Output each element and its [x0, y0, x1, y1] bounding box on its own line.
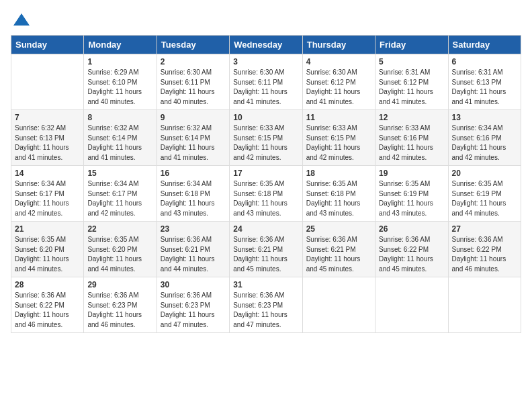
day-number: 28 — [15, 280, 80, 289]
day-info: Sunrise: 6:35 AM Sunset: 6:19 PM Dayligh… — [452, 179, 517, 218]
header-cell-saturday: Saturday — [448, 36, 521, 54]
day-info: Sunrise: 6:33 AM Sunset: 6:15 PM Dayligh… — [233, 124, 298, 163]
day-number: 9 — [161, 113, 226, 122]
day-info: Sunrise: 6:36 AM Sunset: 6:21 PM Dayligh… — [306, 235, 371, 274]
header-cell-thursday: Thursday — [302, 36, 375, 54]
day-info: Sunrise: 6:34 AM Sunset: 6:17 PM Dayligh… — [15, 179, 80, 218]
header-cell-sunday: Sunday — [11, 36, 84, 54]
calendar-cell: 8Sunrise: 6:32 AM Sunset: 6:14 PM Daylig… — [84, 110, 157, 166]
day-number: 18 — [306, 169, 371, 178]
calendar-cell: 16Sunrise: 6:34 AM Sunset: 6:18 PM Dayli… — [157, 166, 229, 222]
day-info: Sunrise: 6:35 AM Sunset: 6:20 PM Dayligh… — [15, 235, 80, 274]
day-info: Sunrise: 6:32 AM Sunset: 6:14 PM Dayligh… — [87, 124, 152, 163]
calendar-cell: 11Sunrise: 6:33 AM Sunset: 6:15 PM Dayli… — [302, 110, 375, 166]
calendar-cell: 19Sunrise: 6:35 AM Sunset: 6:19 PM Dayli… — [375, 166, 448, 222]
calendar-cell: 25Sunrise: 6:36 AM Sunset: 6:21 PM Dayli… — [302, 222, 375, 277]
calendar-cell: 31Sunrise: 6:36 AM Sunset: 6:23 PM Dayli… — [230, 277, 302, 333]
day-number: 31 — [233, 280, 298, 289]
calendar-cell: 20Sunrise: 6:35 AM Sunset: 6:19 PM Dayli… — [448, 166, 521, 222]
calendar-cell: 28Sunrise: 6:36 AM Sunset: 6:22 PM Dayli… — [11, 277, 84, 333]
calendar-cell: 13Sunrise: 6:34 AM Sunset: 6:16 PM Dayli… — [448, 110, 521, 166]
logo — [11, 11, 31, 30]
day-info: Sunrise: 6:31 AM Sunset: 6:13 PM Dayligh… — [452, 68, 517, 107]
calendar-cell: 21Sunrise: 6:35 AM Sunset: 6:20 PM Dayli… — [11, 222, 84, 277]
day-info: Sunrise: 6:35 AM Sunset: 6:18 PM Dayligh… — [306, 179, 371, 218]
day-number: 10 — [233, 113, 298, 122]
day-info: Sunrise: 6:34 AM Sunset: 6:17 PM Dayligh… — [87, 179, 152, 218]
calendar-cell: 1Sunrise: 6:29 AM Sunset: 6:10 PM Daylig… — [84, 54, 157, 110]
calendar-cell: 6Sunrise: 6:31 AM Sunset: 6:13 PM Daylig… — [448, 54, 521, 110]
day-number: 8 — [87, 113, 152, 122]
day-info: Sunrise: 6:36 AM Sunset: 6:21 PM Dayligh… — [233, 235, 298, 274]
day-info: Sunrise: 6:31 AM Sunset: 6:12 PM Dayligh… — [379, 68, 444, 107]
day-number: 22 — [87, 224, 152, 234]
calendar-cell: 9Sunrise: 6:32 AM Sunset: 6:14 PM Daylig… — [157, 110, 229, 166]
day-info: Sunrise: 6:34 AM Sunset: 6:16 PM Dayligh… — [452, 124, 517, 163]
day-info: Sunrise: 6:36 AM Sunset: 6:22 PM Dayligh… — [379, 235, 444, 274]
calendar-cell: 23Sunrise: 6:36 AM Sunset: 6:21 PM Dayli… — [157, 222, 229, 277]
calendar-cell: 7Sunrise: 6:32 AM Sunset: 6:13 PM Daylig… — [11, 110, 84, 166]
day-info: Sunrise: 6:34 AM Sunset: 6:18 PM Dayligh… — [161, 179, 226, 218]
calendar-header-row: SundayMondayTuesdayWednesdayThursdayFrid… — [11, 36, 521, 54]
calendar-cell: 29Sunrise: 6:36 AM Sunset: 6:23 PM Dayli… — [84, 277, 157, 333]
day-info: Sunrise: 6:36 AM Sunset: 6:23 PM Dayligh… — [161, 291, 226, 330]
header-cell-monday: Monday — [84, 36, 157, 54]
calendar-cell: 26Sunrise: 6:36 AM Sunset: 6:22 PM Dayli… — [375, 222, 448, 277]
calendar-cell: 3Sunrise: 6:30 AM Sunset: 6:11 PM Daylig… — [230, 54, 302, 110]
day-info: Sunrise: 6:36 AM Sunset: 6:21 PM Dayligh… — [161, 235, 226, 274]
svg-marker-0 — [13, 13, 30, 26]
calendar-week-row: 7Sunrise: 6:32 AM Sunset: 6:13 PM Daylig… — [11, 110, 521, 166]
day-number: 11 — [306, 113, 371, 122]
day-number: 29 — [87, 280, 152, 289]
calendar-week-row: 28Sunrise: 6:36 AM Sunset: 6:22 PM Dayli… — [11, 277, 521, 333]
day-number: 6 — [452, 57, 517, 66]
day-number: 20 — [452, 169, 517, 178]
calendar-cell: 5Sunrise: 6:31 AM Sunset: 6:12 PM Daylig… — [375, 54, 448, 110]
day-info: Sunrise: 6:36 AM Sunset: 6:22 PM Dayligh… — [452, 235, 517, 274]
header-cell-friday: Friday — [375, 36, 448, 54]
day-number: 27 — [452, 224, 517, 234]
day-number: 14 — [15, 169, 80, 178]
calendar-cell: 30Sunrise: 6:36 AM Sunset: 6:23 PM Dayli… — [157, 277, 229, 333]
day-info: Sunrise: 6:30 AM Sunset: 6:11 PM Dayligh… — [233, 68, 298, 107]
calendar-table: SundayMondayTuesdayWednesdayThursdayFrid… — [11, 35, 521, 333]
day-number: 21 — [15, 224, 80, 234]
calendar-cell: 22Sunrise: 6:35 AM Sunset: 6:20 PM Dayli… — [84, 222, 157, 277]
calendar-week-row: 14Sunrise: 6:34 AM Sunset: 6:17 PM Dayli… — [11, 166, 521, 222]
day-number: 12 — [379, 113, 444, 122]
calendar-cell — [375, 277, 448, 333]
day-info: Sunrise: 6:33 AM Sunset: 6:15 PM Dayligh… — [306, 124, 371, 163]
day-number: 16 — [161, 169, 226, 178]
page-header — [11, 11, 521, 30]
day-number: 17 — [233, 169, 298, 178]
calendar-cell: 4Sunrise: 6:30 AM Sunset: 6:12 PM Daylig… — [302, 54, 375, 110]
day-info: Sunrise: 6:35 AM Sunset: 6:18 PM Dayligh… — [233, 179, 298, 218]
day-info: Sunrise: 6:36 AM Sunset: 6:23 PM Dayligh… — [87, 291, 152, 330]
calendar-week-row: 21Sunrise: 6:35 AM Sunset: 6:20 PM Dayli… — [11, 222, 521, 277]
day-number: 2 — [161, 57, 226, 66]
day-info: Sunrise: 6:32 AM Sunset: 6:14 PM Dayligh… — [161, 124, 226, 163]
calendar-cell: 2Sunrise: 6:30 AM Sunset: 6:11 PM Daylig… — [157, 54, 229, 110]
day-number: 30 — [161, 280, 226, 289]
day-info: Sunrise: 6:36 AM Sunset: 6:22 PM Dayligh… — [15, 291, 80, 330]
calendar-cell — [302, 277, 375, 333]
calendar-cell — [11, 54, 84, 110]
calendar-cell: 27Sunrise: 6:36 AM Sunset: 6:22 PM Dayli… — [448, 222, 521, 277]
day-number: 19 — [379, 169, 444, 178]
calendar-cell: 24Sunrise: 6:36 AM Sunset: 6:21 PM Dayli… — [230, 222, 302, 277]
calendar-cell: 12Sunrise: 6:33 AM Sunset: 6:16 PM Dayli… — [375, 110, 448, 166]
day-number: 15 — [87, 169, 152, 178]
day-number: 13 — [452, 113, 517, 122]
day-info: Sunrise: 6:29 AM Sunset: 6:10 PM Dayligh… — [87, 68, 152, 107]
day-info: Sunrise: 6:30 AM Sunset: 6:12 PM Dayligh… — [306, 68, 371, 107]
day-info: Sunrise: 6:30 AM Sunset: 6:11 PM Dayligh… — [161, 68, 226, 107]
calendar-cell: 15Sunrise: 6:34 AM Sunset: 6:17 PM Dayli… — [84, 166, 157, 222]
day-number: 4 — [306, 57, 371, 66]
day-info: Sunrise: 6:32 AM Sunset: 6:13 PM Dayligh… — [15, 124, 80, 163]
day-number: 24 — [233, 224, 298, 234]
day-number: 3 — [233, 57, 298, 66]
calendar-cell: 14Sunrise: 6:34 AM Sunset: 6:17 PM Dayli… — [11, 166, 84, 222]
calendar-cell: 18Sunrise: 6:35 AM Sunset: 6:18 PM Dayli… — [302, 166, 375, 222]
header-cell-tuesday: Tuesday — [157, 36, 229, 54]
day-number: 26 — [379, 224, 444, 234]
